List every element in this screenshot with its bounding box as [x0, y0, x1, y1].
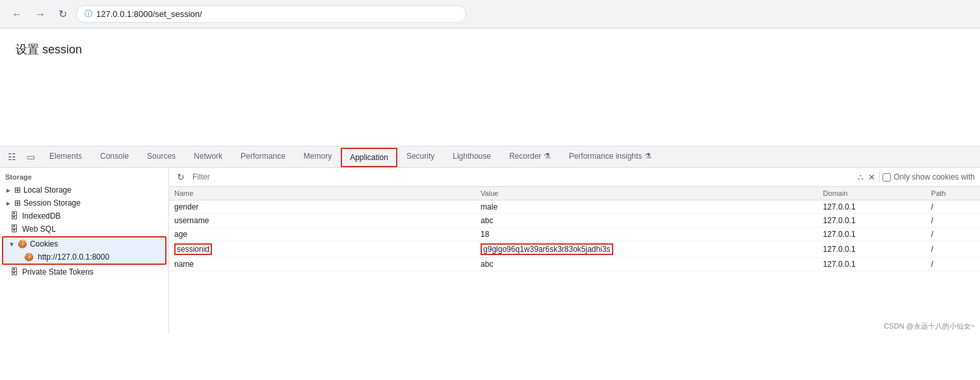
cookie-path-age: /	[926, 228, 980, 241]
sidebar-item-local-storage[interactable]: ► ⊞ Local Storage	[0, 183, 168, 197]
tab-performance[interactable]: Performance	[232, 146, 295, 167]
clear-filter-button[interactable]: ✕	[867, 171, 877, 183]
cookie-domain-sessionid: 127.0.0.1	[818, 241, 926, 258]
web-sql-label: Web SQL	[22, 224, 56, 234]
tab-elements[interactable]: Elements	[40, 146, 91, 167]
cookies-icon: 🍪	[18, 239, 27, 249]
storage-section-label: Storage	[0, 170, 168, 183]
address-bar[interactable]: ⓘ 127.0.0.1:8000/set_session/	[76, 5, 466, 23]
sidebar-item-private-state-tokens[interactable]: 🗄 Private State Tokens	[0, 265, 168, 278]
cookie-value-age: 18	[475, 228, 818, 241]
private-state-tokens-icon: 🗄	[10, 267, 18, 277]
show-cookies-label: Only show cookies with	[894, 172, 975, 182]
cookie-domain-username: 127.0.0.1	[818, 214, 926, 228]
sidebar: Storage ► ⊞ Local Storage ► ⊞ Session St…	[0, 168, 169, 334]
sidebar-item-web-sql[interactable]: 🗄 Web SQL	[0, 223, 168, 236]
cookie-value-gender: male	[475, 200, 818, 214]
forward-button[interactable]: →	[31, 7, 49, 21]
local-storage-arrow: ►	[5, 187, 12, 194]
devtools-body: Storage ► ⊞ Local Storage ► ⊞ Session St…	[0, 168, 980, 334]
url-display: 127.0.0.1:8000/set_session/	[96, 9, 202, 19]
tab-lighthouse[interactable]: Lighthouse	[444, 146, 500, 167]
cookie-name-username: username	[169, 214, 475, 228]
th-value: Value	[475, 187, 818, 200]
private-state-tokens-label: Private State Tokens	[22, 267, 94, 277]
filter-bar: ↻ ∴ ✕ Only show cookies with	[169, 168, 980, 187]
tab-performance-insights[interactable]: Performance insights ⚗	[560, 146, 661, 167]
local-storage-label: Local Storage	[23, 185, 72, 195]
session-storage-icon: ⊞	[14, 198, 21, 208]
th-path: Path	[926, 187, 980, 200]
th-name: Name	[169, 187, 475, 200]
cookie-value-sessionid: g9glgo96q1w39ar6sk3r83ok5jadhi3s	[475, 241, 818, 258]
cookie-path-gender: /	[926, 200, 980, 214]
tab-sources[interactable]: Sources	[138, 146, 185, 167]
cookie-name-name: name	[169, 258, 475, 271]
session-storage-label: Session Storage	[23, 198, 81, 208]
table-row[interactable]: gender male 127.0.0.1 /	[169, 200, 980, 214]
indexeddb-icon: 🗄	[10, 211, 18, 221]
filter-actions: ∴ ✕ Only show cookies with	[856, 171, 975, 183]
table-row[interactable]: age 18 127.0.0.1 /	[169, 228, 980, 241]
filter-input[interactable]	[190, 171, 854, 183]
cookie-domain-gender: 127.0.0.1	[818, 200, 926, 214]
devtools-icon-2[interactable]: ▭	[21, 148, 40, 166]
sessionid-value-highlight: g9glgo96q1w39ar6sk3r83ok5jadhi3s	[481, 243, 613, 255]
sidebar-item-session-storage[interactable]: ► ⊞ Session Storage	[0, 197, 168, 210]
page-title: 设置 session	[16, 42, 964, 57]
th-domain: Domain	[818, 187, 926, 200]
session-storage-arrow: ►	[5, 200, 12, 207]
tab-memory[interactable]: Memory	[295, 146, 341, 167]
sidebar-item-indexeddb[interactable]: 🗄 IndexedDB	[0, 210, 168, 223]
cookie-domain-age: 127.0.0.1	[818, 228, 926, 241]
filter-regex-button[interactable]: ∴	[856, 171, 864, 183]
table-row[interactable]: username abc 127.0.0.1 /	[169, 214, 980, 228]
devtools-icon-1[interactable]: ☷	[3, 148, 21, 166]
cookies-arrow: ▼	[8, 241, 15, 248]
cookies-url-label: http://127.0.0.1:8000	[38, 252, 109, 262]
table-row-sessionid[interactable]: sessionid g9glgo96q1w39ar6sk3r83ok5jadhi…	[169, 241, 980, 258]
local-storage-icon: ⊞	[14, 185, 21, 195]
cookie-path-sessionid: /	[926, 241, 980, 258]
filter-divider	[879, 172, 880, 182]
browser-chrome: ← → ↻ ⓘ 127.0.0.1:8000/set_session/	[0, 0, 980, 29]
cookies-table: Name Value Domain Path gender male	[169, 187, 980, 271]
cookie-name-gender: gender	[169, 200, 475, 214]
devtools-panel: ☷ ▭ Elements Console Sources Network Per…	[0, 146, 980, 334]
cookies-table-wrapper: Name Value Domain Path gender male	[169, 187, 980, 334]
cookie-name-age: age	[169, 228, 475, 241]
tab-security[interactable]: Security	[397, 146, 444, 167]
reload-button[interactable]: ↻	[55, 7, 71, 21]
cookie-path-name: /	[926, 258, 980, 271]
tab-network[interactable]: Network	[185, 146, 232, 167]
secure-icon: ⓘ	[85, 8, 92, 20]
web-sql-icon: 🗄	[10, 224, 18, 234]
sessionid-name-highlight: sessionid	[174, 243, 212, 255]
table-header-row: Name Value Domain Path	[169, 187, 980, 200]
table-row[interactable]: name abc 127.0.0.1 /	[169, 258, 980, 271]
page-content: 设置 session	[0, 29, 980, 146]
watermark: CSDN @永远十八的小仙女~	[884, 321, 975, 331]
cookie-name-sessionid: sessionid	[169, 241, 475, 258]
cookie-domain-name: 127.0.0.1	[818, 258, 926, 271]
only-show-cookies-checkbox[interactable]	[882, 173, 891, 182]
tab-recorder[interactable]: Recorder ⚗	[500, 146, 560, 167]
devtools-tabs: ☷ ▭ Elements Console Sources Network Per…	[0, 146, 980, 168]
refresh-button[interactable]: ↻	[174, 170, 187, 183]
cookie-value-name: abc	[475, 258, 818, 271]
sidebar-item-cookies-url[interactable]: 🍪 http://127.0.0.1:8000	[3, 251, 165, 264]
cookie-path-username: /	[926, 214, 980, 228]
cookies-url-icon: 🍪	[24, 252, 34, 262]
indexeddb-label: IndexedDB	[22, 211, 60, 221]
tab-application[interactable]: Application	[341, 148, 397, 167]
cookie-value-username: abc	[475, 214, 818, 228]
cookies-label: Cookies	[30, 239, 58, 249]
sidebar-item-cookies[interactable]: ▼ 🍪 Cookies	[3, 238, 165, 251]
tab-console[interactable]: Console	[91, 146, 138, 167]
back-button[interactable]: ←	[8, 7, 26, 21]
main-panel: ↻ ∴ ✕ Only show cookies with	[169, 168, 980, 334]
